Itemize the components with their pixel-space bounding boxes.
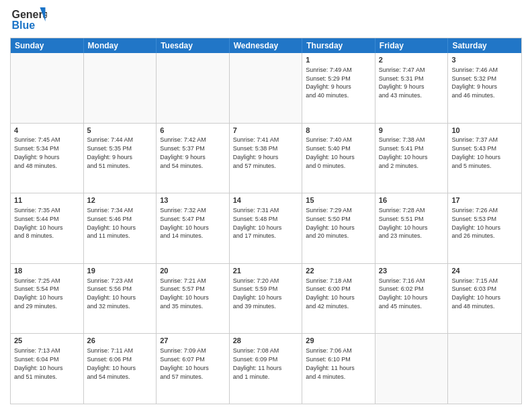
day-info: Sunrise: 7:25 AM Sunset: 5:54 PM Dayligh… (14, 277, 63, 310)
day-number: 13 (160, 195, 226, 205)
day-info: Sunrise: 7:46 AM Sunset: 5:32 PM Dayligh… (451, 66, 498, 99)
day-info: Sunrise: 7:37 AM Sunset: 5:43 PM Dayligh… (451, 136, 500, 169)
header: GeneralBlue (10, 7, 522, 34)
day-info: Sunrise: 7:28 AM Sunset: 5:51 PM Dayligh… (379, 207, 428, 239)
calendar-day-4: 4Sunrise: 7:45 AM Sunset: 5:34 PM Daylig… (11, 124, 84, 193)
day-info: Sunrise: 7:35 AM Sunset: 5:44 PM Dayligh… (14, 207, 63, 239)
day-number: 11 (14, 195, 80, 205)
day-info: Sunrise: 7:42 AM Sunset: 5:37 PM Dayligh… (160, 136, 206, 169)
day-info: Sunrise: 7:18 AM Sunset: 6:00 PM Dayligh… (306, 277, 355, 310)
day-number: 21 (233, 266, 299, 276)
page: GeneralBlue SundayMondayTuesdayWednesday… (0, 0, 532, 411)
day-number: 19 (87, 266, 153, 276)
calendar-row: 4Sunrise: 7:45 AM Sunset: 5:34 PM Daylig… (11, 123, 521, 193)
calendar-day-8: 8Sunrise: 7:40 AM Sunset: 5:40 PM Daylig… (302, 124, 375, 193)
day-number: 12 (87, 195, 153, 205)
calendar-day-9: 9Sunrise: 7:38 AM Sunset: 5:41 PM Daylig… (375, 124, 449, 193)
calendar-empty-cell (448, 334, 521, 404)
day-number: 15 (306, 195, 371, 205)
calendar-day-29: 29Sunrise: 7:06 AM Sunset: 6:10 PM Dayli… (302, 334, 375, 404)
day-number: 23 (379, 266, 445, 276)
calendar-day-12: 12Sunrise: 7:34 AM Sunset: 5:46 PM Dayli… (84, 193, 157, 263)
day-number: 29 (306, 336, 371, 346)
day-number: 24 (451, 266, 518, 276)
svg-text:Blue: Blue (12, 19, 36, 31)
calendar-day-2: 2Sunrise: 7:47 AM Sunset: 5:31 PM Daylig… (375, 53, 449, 123)
calendar-row: 11Sunrise: 7:35 AM Sunset: 5:44 PM Dayli… (11, 193, 521, 263)
calendar-empty-cell (11, 53, 84, 123)
day-number: 5 (87, 126, 153, 136)
calendar-day-21: 21Sunrise: 7:20 AM Sunset: 5:59 PM Dayli… (230, 264, 303, 334)
day-info: Sunrise: 7:45 AM Sunset: 5:34 PM Dayligh… (14, 136, 60, 169)
calendar-row: 25Sunrise: 7:13 AM Sunset: 6:04 PM Dayli… (11, 333, 521, 404)
weekday-header: Monday (84, 38, 157, 53)
calendar-day-16: 16Sunrise: 7:28 AM Sunset: 5:51 PM Dayli… (375, 193, 449, 263)
calendar-day-7: 7Sunrise: 7:41 AM Sunset: 5:38 PM Daylig… (230, 124, 303, 193)
day-info: Sunrise: 7:06 AM Sunset: 6:10 PM Dayligh… (306, 347, 355, 379)
day-info: Sunrise: 7:34 AM Sunset: 5:46 PM Dayligh… (87, 207, 136, 239)
calendar-empty-cell (84, 53, 157, 123)
day-info: Sunrise: 7:47 AM Sunset: 5:31 PM Dayligh… (379, 66, 425, 99)
calendar-day-26: 26Sunrise: 7:11 AM Sunset: 6:06 PM Dayli… (84, 334, 157, 404)
calendar-day-11: 11Sunrise: 7:35 AM Sunset: 5:44 PM Dayli… (11, 193, 84, 263)
calendar-day-20: 20Sunrise: 7:21 AM Sunset: 5:57 PM Dayli… (157, 264, 230, 334)
day-number: 27 (160, 336, 226, 346)
day-info: Sunrise: 7:21 AM Sunset: 5:57 PM Dayligh… (160, 277, 209, 310)
day-info: Sunrise: 7:13 AM Sunset: 6:04 PM Dayligh… (14, 347, 63, 379)
calendar-empty-cell (375, 334, 449, 404)
day-info: Sunrise: 7:29 AM Sunset: 5:50 PM Dayligh… (306, 207, 355, 239)
calendar-day-27: 27Sunrise: 7:09 AM Sunset: 6:07 PM Dayli… (157, 334, 230, 404)
day-info: Sunrise: 7:26 AM Sunset: 5:53 PM Dayligh… (451, 207, 500, 239)
day-number: 8 (306, 126, 371, 136)
day-number: 28 (233, 336, 299, 346)
calendar-row: 18Sunrise: 7:25 AM Sunset: 5:54 PM Dayli… (11, 263, 521, 334)
calendar-empty-cell (230, 53, 303, 123)
logo-svg: GeneralBlue (10, 7, 47, 34)
day-number: 9 (379, 126, 445, 136)
calendar-day-15: 15Sunrise: 7:29 AM Sunset: 5:50 PM Dayli… (302, 193, 375, 263)
day-info: Sunrise: 7:15 AM Sunset: 6:03 PM Dayligh… (451, 277, 500, 310)
weekday-header: Friday (375, 38, 449, 53)
day-info: Sunrise: 7:38 AM Sunset: 5:41 PM Dayligh… (379, 136, 428, 169)
day-info: Sunrise: 7:49 AM Sunset: 5:29 PM Dayligh… (306, 66, 352, 99)
day-number: 1 (306, 55, 371, 65)
calendar-day-14: 14Sunrise: 7:31 AM Sunset: 5:48 PM Dayli… (230, 193, 303, 263)
calendar-header: SundayMondayTuesdayWednesdayThursdayFrid… (11, 38, 521, 53)
calendar-body: 1Sunrise: 7:49 AM Sunset: 5:29 PM Daylig… (11, 53, 521, 404)
calendar-day-3: 3Sunrise: 7:46 AM Sunset: 5:32 PM Daylig… (448, 53, 521, 123)
day-number: 26 (87, 336, 153, 346)
calendar-day-10: 10Sunrise: 7:37 AM Sunset: 5:43 PM Dayli… (448, 124, 521, 193)
calendar-day-22: 22Sunrise: 7:18 AM Sunset: 6:00 PM Dayli… (302, 264, 375, 334)
calendar-day-25: 25Sunrise: 7:13 AM Sunset: 6:04 PM Dayli… (11, 334, 84, 404)
day-number: 25 (14, 336, 80, 346)
day-number: 14 (233, 195, 299, 205)
day-info: Sunrise: 7:08 AM Sunset: 6:09 PM Dayligh… (233, 347, 282, 379)
calendar-day-24: 24Sunrise: 7:15 AM Sunset: 6:03 PM Dayli… (448, 264, 521, 334)
weekday-header: Tuesday (157, 38, 230, 53)
weekday-header: Sunday (11, 38, 84, 53)
day-number: 6 (160, 126, 226, 136)
day-info: Sunrise: 7:16 AM Sunset: 6:02 PM Dayligh… (379, 277, 428, 310)
day-number: 2 (379, 55, 445, 65)
calendar-row: 1Sunrise: 7:49 AM Sunset: 5:29 PM Daylig… (11, 53, 521, 123)
day-info: Sunrise: 7:09 AM Sunset: 6:07 PM Dayligh… (160, 347, 209, 379)
day-number: 16 (379, 195, 445, 205)
day-number: 20 (160, 266, 226, 276)
day-info: Sunrise: 7:44 AM Sunset: 5:35 PM Dayligh… (87, 136, 134, 169)
day-number: 4 (14, 126, 80, 136)
calendar-empty-cell (157, 53, 230, 123)
day-info: Sunrise: 7:32 AM Sunset: 5:47 PM Dayligh… (160, 207, 209, 239)
day-info: Sunrise: 7:23 AM Sunset: 5:56 PM Dayligh… (87, 277, 136, 310)
calendar-day-23: 23Sunrise: 7:16 AM Sunset: 6:02 PM Dayli… (375, 264, 449, 334)
day-number: 18 (14, 266, 80, 276)
calendar-day-18: 18Sunrise: 7:25 AM Sunset: 5:54 PM Dayli… (11, 264, 84, 334)
day-number: 7 (233, 126, 299, 136)
day-number: 3 (451, 55, 518, 65)
day-number: 17 (451, 195, 518, 205)
weekday-header: Wednesday (230, 38, 303, 53)
calendar: SundayMondayTuesdayWednesdayThursdayFrid… (10, 38, 522, 404)
calendar-day-19: 19Sunrise: 7:23 AM Sunset: 5:56 PM Dayli… (84, 264, 157, 334)
day-info: Sunrise: 7:31 AM Sunset: 5:48 PM Dayligh… (233, 207, 282, 239)
day-info: Sunrise: 7:20 AM Sunset: 5:59 PM Dayligh… (233, 277, 282, 310)
day-info: Sunrise: 7:40 AM Sunset: 5:40 PM Dayligh… (306, 136, 355, 169)
